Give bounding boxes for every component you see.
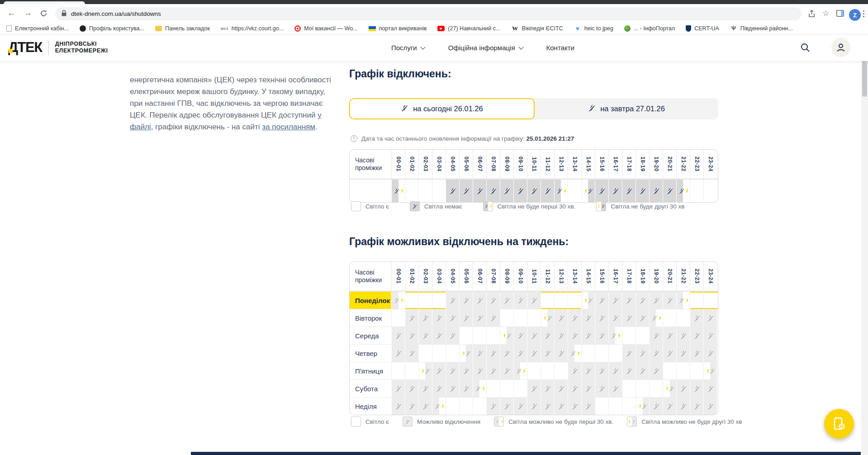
schedule-row <box>350 179 718 202</box>
hour-label: 17-18 <box>622 150 636 179</box>
hour-label: 19-20 <box>649 150 663 179</box>
schedule-cell-on <box>405 180 418 202</box>
dtek-logo[interactable]: ДТЕК ДНІПРОВСЬКІЕЛЕКТРОМЕРЕЖІ <box>8 39 108 56</box>
account-button[interactable] <box>831 38 850 57</box>
bookmark-star-icon[interactable]: ☆ <box>822 9 829 18</box>
refresh-icon[interactable] <box>40 9 47 19</box>
schedule-cell-off <box>513 292 527 309</box>
profile-avatar[interactable]: Z <box>849 9 861 21</box>
search-icon[interactable] <box>800 42 811 55</box>
tab-today[interactable]: на сьогодні 26.01.26 <box>349 98 535 119</box>
bookmark-item[interactable]: ♥heic to jpeg <box>574 25 613 32</box>
schedule-cell-off <box>622 362 636 379</box>
nav-item-Контакти[interactable]: Контакти <box>546 44 574 52</box>
schedule-cell-off <box>703 309 717 327</box>
schedule-cell-off1 <box>513 362 527 379</box>
schedule-cell-on <box>595 398 608 415</box>
hour-label: 01-02 <box>405 262 418 291</box>
feedback-widget-button[interactable] <box>824 409 854 439</box>
schedule-cell-off <box>636 345 649 362</box>
schedule-cell-off <box>636 362 649 379</box>
bookmark-label: https://vkz.court.go... <box>232 25 284 32</box>
schedule-cell-off <box>676 380 690 397</box>
hour-label: 07-08 <box>486 262 500 291</box>
schedule-cell-on <box>541 362 554 379</box>
bookmark-item[interactable]: ΨПівденний районн... <box>730 25 793 32</box>
back-icon[interactable]: ← <box>7 8 16 18</box>
bookmark-item[interactable]: ▶(27) Навчальний с... <box>437 25 500 32</box>
schedule-cell-off <box>663 398 676 415</box>
hour-label: 23-24 <box>703 262 717 291</box>
schedule-cell-off <box>486 180 500 202</box>
hour-label: 03-04 <box>432 150 446 179</box>
schedule-cell-on <box>703 180 717 202</box>
hour-label: 18-19 <box>636 262 649 291</box>
hours-header-label: Часові проміжки <box>350 150 391 179</box>
schedule-cell-off <box>405 398 418 415</box>
bookmark-item[interactable]: Панель закладок <box>155 25 210 32</box>
schedule-cell-off <box>649 362 663 379</box>
nav-item-Послуги[interactable]: Послуги <box>391 44 425 52</box>
schedule-cell-on <box>391 309 405 327</box>
youtube-icon: ▶ <box>437 26 445 31</box>
schedule-cell-on <box>663 362 676 379</box>
side-panel-icon[interactable] <box>836 10 844 19</box>
day-label: Вівторок <box>350 309 391 327</box>
schedule-cell-off <box>663 345 676 362</box>
bookmark-item[interactable]: портал викривачів <box>369 25 427 32</box>
bookmark-item[interactable]: WВікіпедія ЄСІТС <box>511 25 563 32</box>
site-header: ДТЕК ДНІПРОВСЬКІЕЛЕКТРОМЕРЕЖІ ПослугиОфі… <box>0 34 868 61</box>
bookmark-item[interactable]: Мої вакансії — Wo... <box>294 25 357 32</box>
day-label: П'ятниця <box>350 362 391 379</box>
bookmark-item[interactable]: ВКЗhttps://vkz.court.go... <box>221 25 284 32</box>
schedule-cell-on <box>554 362 568 379</box>
schedule-cell-off <box>527 345 541 362</box>
bookmarks-bar: Електронний кабін...Профіль користува...… <box>0 23 868 34</box>
schedule-cell-off2 <box>418 362 432 379</box>
schedule-cell-off1 <box>608 327 622 344</box>
browser-menu-icon[interactable] <box>863 10 864 17</box>
schedule-cell-on <box>608 345 622 362</box>
schedule-cell-off <box>527 398 541 415</box>
bookmark-item[interactable]: CERT-UA <box>686 25 719 32</box>
schedule-cell-off <box>473 345 486 362</box>
hour-label: 17-18 <box>622 262 636 291</box>
share-icon[interactable] <box>808 10 816 19</box>
bookmark-label: Мої вакансії — Wo... <box>304 25 357 32</box>
schedule-cell-off <box>568 362 581 379</box>
bookmark-item[interactable]: ... - ІнфоПортал <box>624 25 675 32</box>
schedule-cell-off <box>486 398 500 415</box>
hour-label: 12-13 <box>554 150 568 179</box>
tab-tomorrow[interactable]: на завтра 27.01.26 <box>535 98 718 119</box>
schedule-cell-on <box>513 380 527 397</box>
hours-header-label: Часові проміжки <box>350 262 391 291</box>
schedule-cell-on <box>690 362 703 379</box>
schedule-cell-off <box>446 180 459 202</box>
legend-item: Світло є <box>351 201 389 211</box>
legend-label: Світла не буде другі 30 хв <box>611 203 684 210</box>
schedule-cell-off <box>622 345 636 362</box>
schedule-cell-off <box>405 309 418 327</box>
schedule-cell-off <box>690 309 703 327</box>
cert-icon <box>686 25 691 32</box>
bookmark-item[interactable]: Профіль користува... <box>80 25 144 32</box>
schedule-cell-on <box>581 345 595 362</box>
hour-label: 08-09 <box>500 150 513 179</box>
doc-icon <box>6 25 12 32</box>
logo-yellow-square <box>9 49 13 53</box>
inline-link[interactable]: за посиланням <box>262 123 315 131</box>
hour-label: 04-05 <box>446 262 459 291</box>
url-bar[interactable]: dtek-dnem.com.ua/ua/shutdowns <box>55 7 802 20</box>
forward-icon[interactable]: → <box>24 8 32 18</box>
hour-label: 22-23 <box>690 150 703 179</box>
schedule-cell-off <box>527 327 541 344</box>
schedule-cell-on <box>676 362 690 379</box>
schedule-cell-off <box>473 180 486 202</box>
hour-label: 06-07 <box>473 150 486 179</box>
bookmark-label: Південний районн... <box>740 25 793 32</box>
nav-item-Офіційна інформація[interactable]: Офіційна інформація <box>448 44 523 52</box>
schedule-cell-off1 <box>432 398 446 415</box>
schedule-cell-off <box>595 327 608 344</box>
bookmark-item[interactable]: Електронний кабін... <box>6 25 69 32</box>
schedule-cell-off2 <box>663 380 676 397</box>
